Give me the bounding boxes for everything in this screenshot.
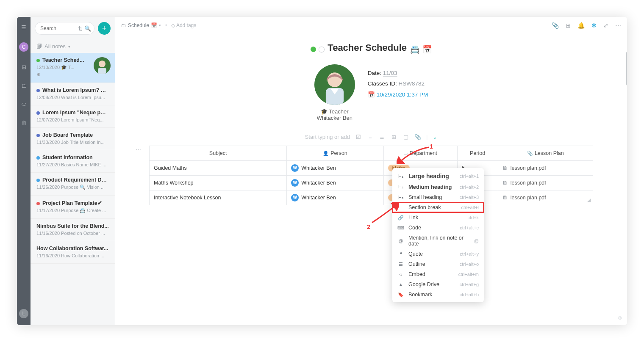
folder-icon[interactable]: 🗀 [20, 82, 27, 89]
annotation-2: 2 [367, 223, 370, 230]
note-item[interactable]: Teacher Sched...12/10/2020 🎓 T...✱ [31, 53, 115, 83]
editor-placeholder[interactable]: Start typing or add [305, 134, 350, 140]
table-header[interactable]: Period [457, 146, 498, 160]
add-note-button[interactable]: + [98, 22, 111, 35]
subject-cell[interactable]: Maths Workshop [150, 175, 287, 190]
chevron-down-icon: ▾ [159, 23, 161, 28]
bell-icon[interactable]: 🔔 [577, 22, 585, 29]
person-cell[interactable]: WWhitacker Ben [287, 190, 383, 205]
annotation-1: 1 [430, 143, 433, 150]
menu-item-large-heading[interactable]: H₁Large headingctrl+alt+1 [392, 171, 484, 182]
add-tags-button[interactable]: ◇ Add tags [171, 22, 196, 28]
note-item[interactable]: Nimbus Suite for the Blend...11/16/2020 … [31, 219, 115, 241]
title-row: Teacher Schedule 📇 📅 [132, 42, 610, 54]
class-value[interactable]: HSW8782 [399, 80, 425, 87]
timestamp[interactable]: 10/29/2020 1:37 PM [377, 91, 428, 98]
file-cell[interactable]: 🗎lesson plan.pdf [498, 190, 593, 205]
note-item[interactable]: Job Board Template11/30/2020 Job Title M… [31, 128, 115, 150]
menu-item-label: Google Drive [408, 281, 460, 287]
image-icon[interactable]: ▢ [402, 134, 409, 141]
table-header[interactable]: ▭Department [383, 146, 457, 160]
menu-item-shortcut: ctrl+alt+g [460, 282, 479, 287]
menu-item-quote[interactable]: ❝Quotectrl+alt+y [392, 249, 484, 259]
table-row: Guided Maths WWhitacker Ben Maths 5 🗎les… [150, 160, 593, 175]
all-notes-selector[interactable]: 🗐 All notes ▾ [31, 40, 115, 53]
menu-item-section-break[interactable]: —Section breakctrl+alt+l [392, 202, 484, 212]
menu-item-shortcut: ctrl+alt+l [461, 205, 479, 210]
attach-icon[interactable]: 📎 [414, 134, 421, 141]
header-icon: 👤 [323, 151, 329, 156]
table-row: Maths Workshop WWhitacker Ben Maths 4 🗎l… [150, 175, 593, 190]
workspace-avatar[interactable]: L [19, 309, 28, 318]
file-cell[interactable]: 🗎lesson plan.pdf [498, 160, 593, 175]
more-blocks-chevron-icon[interactable]: ⌄ [433, 134, 437, 140]
trash-icon[interactable]: 🗑 [20, 119, 27, 126]
search-icon[interactable]: 🔍 [84, 25, 91, 32]
table-header[interactable]: Subject [150, 146, 287, 160]
apps-icon[interactable]: ⊞ [20, 63, 27, 70]
menu-item-small-heading[interactable]: H₃Small headingctrl+alt+3 [392, 192, 484, 202]
expand-icon[interactable]: ⤢ [603, 22, 608, 29]
profile-block: 🎓 Teacher Whitacker Ben Date: 11/03 Clas… [132, 64, 610, 121]
main-area: 🗀 Schedule 📅 ▾ • ◇ Add tags 📎 ⊞ 🔔 ✱ ⤢ ⋯ [115, 17, 627, 325]
note-title: Lorem Ipsum "Neque porro ... [36, 110, 109, 116]
person-cell[interactable]: WWhitacker Ben [287, 175, 383, 190]
menu-item-icon: ☰ [397, 262, 404, 267]
table-icon[interactable]: ⊞ [391, 134, 397, 141]
color-dot-icon [36, 179, 40, 182]
teacher-avatar [314, 64, 355, 105]
tag-icon[interactable]: ⬭ [20, 101, 27, 108]
color-dot-icon [36, 59, 40, 62]
date-value[interactable]: 11/03 [383, 70, 397, 76]
note-item[interactable]: Project Plan Template✔11/17/2020 Purpose… [31, 196, 115, 219]
note-item[interactable]: Product Requirement Docu...11/26/2020 Pu… [31, 173, 115, 196]
note-item[interactable]: Lorem Ipsum "Neque porro ...12/07/2020 L… [31, 105, 115, 128]
breadcrumb[interactable]: 🗀 Schedule 📅 ▾ [121, 22, 161, 28]
schedule-table: Subject👤Person▭DepartmentPeriod📎Lesson P… [149, 146, 593, 205]
menu-item-outline[interactable]: ☰Outlinectrl+alt+o [392, 259, 484, 269]
sidebar-header: ⇅ 🔍 + [31, 17, 115, 40]
numbered-list-icon[interactable]: ≣ [379, 134, 386, 141]
menu-item-link[interactable]: 🔗Linkctrl+k [392, 212, 484, 223]
table-header[interactable]: 👤Person [287, 146, 383, 160]
note-title: Project Plan Template✔ [36, 200, 109, 206]
subject-cell[interactable]: Interactive Notebook Lesson [150, 190, 287, 205]
bullet-list-icon[interactable]: ≡ [367, 134, 374, 141]
note-item[interactable]: Student Information11/27/2020 Basics Nam… [31, 150, 115, 173]
table-more-icon[interactable]: ⋯ [136, 146, 141, 153]
menu-item-shortcut: ctrl+alt+3 [460, 195, 479, 200]
menu-item-mention-link-on-note-or-date[interactable]: @Mention, link on note or date@ [392, 233, 484, 249]
resize-handle-icon[interactable]: ◢ [587, 197, 591, 203]
checkbox-icon[interactable]: ☑ [355, 134, 362, 141]
feedback-smile-icon[interactable]: ☺ [617, 314, 623, 321]
menu-item-bookmark[interactable]: 🔖Bookmarkctrl+alt+b [392, 290, 484, 300]
folder-emoji-icon: 📅 [151, 22, 157, 28]
qr-icon[interactable]: ⊞ [566, 22, 571, 29]
menu-item-code[interactable]: ⌨Codectrl+alt+c [392, 223, 484, 233]
note-meta: 12/08/2020 What is Lorem Ipsu... [36, 95, 109, 100]
menu-item-icon: 🔗 [397, 215, 404, 221]
top-right-actions: 📎 ⊞ 🔔 ✱ ⤢ ⋯ [552, 22, 621, 29]
menu-item-label: Mention, link on note or date [408, 235, 474, 247]
subject-cell[interactable]: Guided Maths [150, 160, 287, 175]
color-dot-icon [36, 134, 40, 137]
person-cell[interactable]: WWhitacker Ben [287, 160, 383, 175]
attach-icon[interactable]: 📎 [552, 22, 559, 29]
menu-item-google-drive[interactable]: ▲Google Drivectrl+alt+g [392, 279, 484, 290]
color-dot-icon [36, 156, 40, 160]
color-dot-icon [36, 89, 40, 92]
table-header[interactable]: 📎Lesson Plan [498, 146, 593, 160]
title-badges [311, 47, 325, 52]
note-item[interactable]: How Collaboration Softwar...11/16/2020 H… [31, 241, 115, 264]
note-item[interactable]: What is Lorem Ipsum? Lore...12/08/2020 W… [31, 83, 115, 105]
menu-item-embed[interactable]: ‹›Embedctrl+alt+m [392, 269, 484, 279]
file-cell[interactable]: 🗎lesson plan.pdf [498, 175, 593, 190]
filter-icon[interactable]: ⇅ [78, 25, 83, 32]
hamburger-icon[interactable]: ☰ [20, 24, 27, 30]
share-icon[interactable]: ✱ [591, 22, 597, 29]
title-emoji-planner-icon: 📇 [410, 45, 419, 54]
menu-item-shortcut: ctrl+alt+o [460, 262, 479, 267]
menu-item-medium-heading[interactable]: H₂Medium headingctrl+alt+2 [392, 182, 484, 192]
user-avatar[interactable]: C [19, 42, 28, 52]
more-icon[interactable]: ⋯ [615, 22, 621, 29]
